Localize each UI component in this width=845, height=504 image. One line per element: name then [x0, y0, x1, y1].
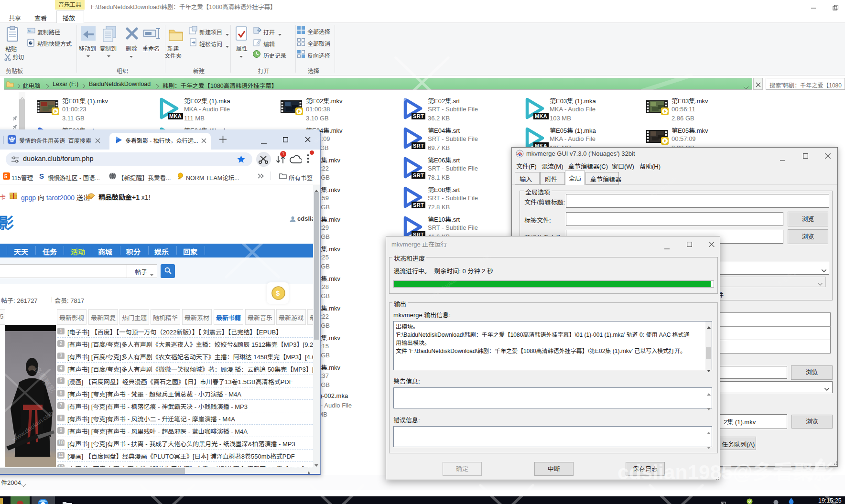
svg-text:5: 5: [4, 173, 7, 179]
svg-text:du: du: [10, 139, 14, 142]
svg-text:M...: M...: [28, 29, 33, 32]
svg-text:$: $: [276, 289, 280, 297]
svg-text:S: S: [39, 172, 44, 180]
